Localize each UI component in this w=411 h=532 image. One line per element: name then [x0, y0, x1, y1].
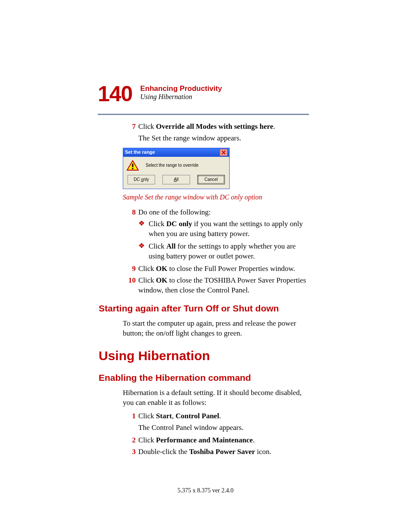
warning-icon: [127, 160, 139, 171]
step-7: 7 Click Override all Modes with settings…: [123, 122, 309, 132]
dialog-buttons: DC only All Cancel: [127, 175, 226, 184]
step-number: 9: [123, 264, 138, 274]
dialog-title: Set the range: [125, 149, 155, 156]
chapter-title: Enhancing Productivity: [140, 84, 222, 93]
step-text: Double-click the Toshiba Power Saver ico…: [138, 447, 309, 457]
step-text: Do one of the following:: [138, 208, 309, 218]
step-3: 3 Double-click the Toshiba Power Saver i…: [123, 447, 309, 457]
step-7-follow: The Set the range window appears.: [138, 134, 309, 143]
bullet-1: ❖ Click DC only if you want the settings…: [138, 219, 309, 239]
dc-only-button[interactable]: DC only: [128, 175, 155, 184]
bullet-icon: ❖: [138, 219, 149, 239]
bullet-text: Click All for the settings to apply whet…: [149, 242, 309, 261]
step-10: 10 Click OK to close the TOSHIBA Power S…: [123, 276, 309, 296]
step-text: Click OK to close the Full Power Propert…: [138, 264, 309, 274]
heading-starting-again: Starting again after Turn Off or Shut do…: [99, 302, 310, 314]
dialog-message: Select the range to override: [146, 162, 199, 168]
step-text: Click Performance and Maintenance.: [138, 436, 309, 445]
svg-rect-0: [132, 164, 134, 167]
step-8: 8 Do one of the following:: [123, 208, 309, 218]
body-content: 7 Click Override all Modes with settings…: [123, 122, 309, 459]
page: 140 Enhancing Productivity Using Hiberna…: [0, 0, 411, 532]
figure-caption: Sample Set the range window with DC only…: [123, 193, 309, 202]
step-number: 10: [123, 276, 138, 296]
bullet-text: Click DC only if you want the settings t…: [149, 219, 309, 239]
dialog-titlebar: Set the range: [123, 148, 229, 157]
bullet-2: ❖ Click All for the settings to apply wh…: [138, 242, 309, 261]
step-number: 7: [123, 122, 138, 132]
dialog-set-the-range: Set the range Select the range to overri…: [123, 148, 230, 189]
svg-rect-1: [132, 168, 134, 169]
paragraph: Hibernation is a default setting. If it …: [123, 388, 309, 408]
all-button[interactable]: All: [162, 175, 190, 184]
dialog-body: Select the range to override DC only All…: [123, 157, 229, 189]
cancel-button[interactable]: Cancel: [197, 175, 225, 184]
header-rule: [98, 114, 309, 115]
chapter-subtitle: Using Hibernation: [140, 93, 222, 101]
step-number: 1: [123, 411, 138, 421]
step-2: 2 Click Performance and Maintenance.: [123, 436, 309, 445]
heading-enabling-hibernation: Enabling the Hibernation command: [99, 372, 310, 384]
dialog-message-row: Select the range to override: [127, 160, 226, 171]
heading-using-hibernation: Using Hibernation: [99, 347, 310, 365]
step-9: 9 Click OK to close the Full Power Prope…: [123, 264, 309, 274]
step-1-follow: The Control Panel window appears.: [138, 423, 309, 433]
step-number: 3: [123, 447, 138, 457]
footer: 5.375 x 8.375 ver 2.4.0: [0, 487, 411, 494]
bullet-icon: ❖: [138, 242, 149, 261]
step-number: 8: [123, 208, 138, 218]
step-1: 1 Click Start, Control Panel.: [123, 411, 309, 421]
step-text: Click OK to close the TOSHIBA Power Save…: [138, 276, 309, 296]
page-number: 140: [98, 83, 132, 105]
step-text: Click Start, Control Panel.: [138, 411, 309, 421]
paragraph: To start the computer up again, press an…: [123, 319, 309, 339]
step-text: Click Override all Modes with settings h…: [138, 122, 309, 132]
header-text: Enhancing Productivity Using Hibernation: [140, 83, 222, 101]
running-header: 140 Enhancing Productivity Using Hiberna…: [98, 83, 222, 105]
step-number: 2: [123, 436, 138, 445]
close-icon[interactable]: [220, 149, 227, 156]
